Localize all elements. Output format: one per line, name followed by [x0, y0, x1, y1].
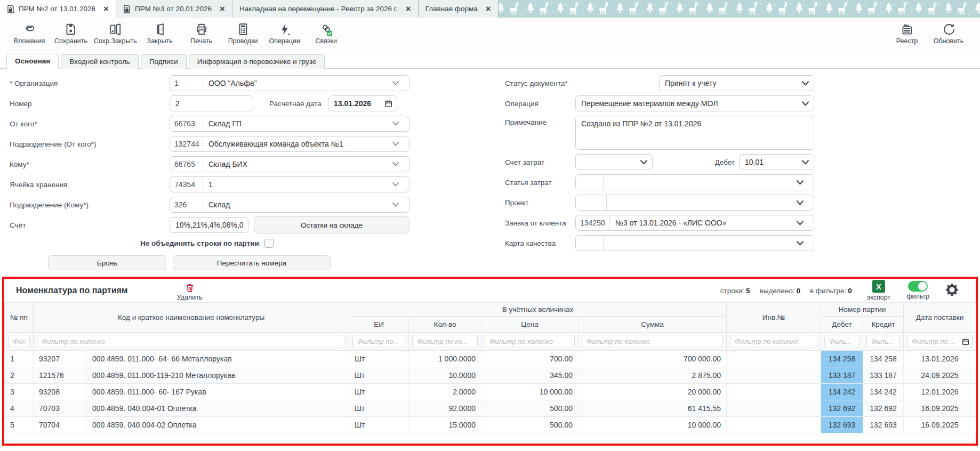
cost-item-code[interactable] [576, 175, 604, 190]
no-merge-checkbox[interactable] [264, 239, 274, 248]
grid-cell-name[interactable]: 000.4859. 011.000-119-210 Металлорукав [87, 367, 349, 384]
to-dept-code[interactable]: 326 [170, 197, 203, 212]
links-button[interactable]: Связки [306, 21, 347, 46]
print-button[interactable]: Печать [181, 21, 222, 46]
grid-cell-num[interactable]: 1 [5, 351, 34, 367]
col-header-date[interactable]: Дата поставки [904, 303, 976, 333]
grid-cell-inv[interactable] [727, 400, 821, 417]
tab-main[interactable]: Основная [6, 54, 59, 69]
filter-input-code-name[interactable] [37, 335, 346, 348]
filter-input-unit[interactable] [352, 335, 405, 348]
client-request-code[interactable]: 134250 [576, 215, 610, 230]
close-icon[interactable]: × [220, 4, 225, 13]
col-header-qty[interactable]: Кол-во [409, 317, 481, 333]
attachments-button[interactable]: Вложения [9, 21, 50, 46]
operation-select[interactable]: Перемещение материалов между МОЛ [575, 95, 814, 111]
grid-cell-inv[interactable] [727, 384, 821, 400]
close-icon[interactable]: × [406, 4, 411, 13]
col-header-price[interactable]: Цена [481, 317, 579, 333]
grid-cell-code[interactable]: 93208 [34, 384, 87, 400]
grid-cell-name[interactable]: 000.4859. 040.004-01 Оплетка [87, 400, 349, 417]
grid-cell-date[interactable]: 12.01.2026 [904, 384, 976, 400]
reserve-button[interactable]: Бронь [48, 255, 166, 270]
col-header-sum[interactable]: Сумма [579, 317, 727, 333]
save-close-button[interactable]: Сохр.Закрыть [92, 21, 139, 46]
grid-cell-num[interactable]: 3 [5, 384, 34, 400]
grid-cell-qty[interactable]: 10.0000 [409, 367, 481, 384]
tab-carrier-info[interactable]: Информация о перевозчике и грузе [189, 54, 325, 69]
calendar-icon[interactable] [384, 100, 392, 108]
grid-cell-name[interactable]: 000.4859. 040.004-02 Оплетка [87, 417, 349, 433]
filter-input-credit[interactable] [866, 335, 900, 348]
quality-card-field[interactable] [575, 235, 814, 251]
cost-account-select[interactable] [575, 154, 653, 170]
filter-input-qty[interactable] [412, 335, 478, 348]
window-tab-prm3[interactable]: ПРМ №3 от 20.01.2026 × [116, 0, 232, 18]
grid-cell-sum[interactable]: 2 875.00 [579, 367, 727, 384]
from-dept-field[interactable]: 132744 Обслуживающая команда объекта №1 [170, 136, 409, 152]
export-button[interactable]: X экспорт [867, 280, 890, 301]
to-code[interactable]: 66765 [170, 157, 203, 172]
to-dept-field[interactable]: 326 Склад [170, 197, 409, 213]
grid-cell-num[interactable]: 5 [5, 417, 34, 433]
grid-cell-qty[interactable]: 2.0000 [409, 384, 481, 400]
grid-cell-num[interactable]: 2 [5, 367, 34, 384]
postings-button[interactable]: Проводки [222, 21, 264, 46]
grid-cell-price[interactable]: 500.00 [481, 417, 579, 433]
grid-cell-price[interactable]: 500.00 [481, 400, 579, 417]
close-icon[interactable]: × [103, 4, 109, 13]
col-header-unit[interactable]: ЕИ [349, 317, 409, 333]
refresh-button[interactable]: Обновить [928, 21, 969, 46]
status-select[interactable]: Принят к учету [659, 75, 814, 91]
grid-cell-name[interactable]: 000.4859. 011.000- 64- 66 Металлорукав [87, 351, 349, 367]
grid-cell-credit[interactable]: 134 258 [863, 351, 904, 367]
grid-cell-debit[interactable]: 133 187 [821, 367, 863, 384]
stock-balance-button[interactable]: Остатки на складе [254, 216, 409, 233]
col-header-credit[interactable]: Кредит [863, 317, 904, 333]
grid-row[interactable]: 570704000.4859. 040.004-02 ОплеткаШт15.0… [5, 417, 976, 433]
grid-cell-sum[interactable]: 10 000.00 [579, 417, 727, 433]
organization-field[interactable]: 1 ООО "Альфа" [170, 75, 409, 91]
grid-cell-price[interactable]: 700.00 [481, 351, 579, 367]
grid-row[interactable]: 193207000.4859. 011.000- 64- 66 Металлор… [5, 351, 976, 367]
grid-cell-date[interactable]: 13.01.2026 [904, 351, 976, 367]
grid-cell-date[interactable]: 16.09.2025 [904, 400, 976, 417]
renumber-button[interactable]: Пересчитать номера [173, 255, 331, 270]
filter-input-inv[interactable] [730, 335, 817, 348]
grid-cell-inv[interactable] [727, 417, 821, 433]
grid-cell-debit[interactable]: 134 242 [821, 384, 863, 400]
grid-cell-credit[interactable]: 133 187 [863, 367, 904, 384]
operations-button[interactable]: Операции [264, 21, 306, 46]
grid-cell-debit[interactable]: 132 692 [821, 400, 863, 417]
grid-cell-code[interactable]: 93207 [34, 351, 87, 367]
debit-select[interactable]: 10.01 [739, 154, 814, 170]
col-header-num[interactable]: № пп [5, 303, 34, 333]
project-field[interactable] [575, 195, 814, 211]
organization-code[interactable]: 1 [170, 76, 203, 91]
save-button[interactable]: Сохранить [50, 21, 92, 46]
grid-cell-date[interactable]: 24.09.2025 [904, 367, 976, 384]
grid-cell-unit[interactable]: Шт [349, 351, 409, 367]
client-request-field[interactable]: 134250 №3 от 13.01.2026 - «ЛИС ООО» [575, 215, 814, 231]
filter-input-price[interactable] [485, 335, 575, 348]
from-code[interactable]: 66763 [170, 116, 203, 131]
tab-input-control[interactable]: Входной контроль [61, 54, 139, 69]
grid-row[interactable]: 393208000.4859. 011.000- 60- 167 РукавШт… [5, 384, 976, 400]
grid-cell-sum[interactable]: 700 000.00 [579, 351, 727, 367]
close-button[interactable]: Закрыть [139, 21, 181, 46]
grid-row[interactable]: 2121576000.4859. 011.000-119-210 Металло… [5, 367, 976, 384]
grid-cell-num[interactable]: 4 [5, 400, 34, 417]
col-header-code-name[interactable]: Код и краткое наименование номенклатуры [34, 303, 349, 333]
grid-cell-date[interactable]: 16.09.2025 [904, 417, 976, 433]
grid-cell-price[interactable]: 345.00 [481, 367, 579, 384]
grid-cell-code[interactable]: 70703 [34, 400, 87, 417]
cost-item-field[interactable] [575, 174, 814, 190]
grid-cell-inv[interactable] [727, 367, 821, 384]
calc-date-input[interactable]: 13.01.2026 [328, 95, 397, 111]
grid-cell-unit[interactable]: Шт [349, 384, 409, 400]
filter-input-num[interactable] [8, 335, 30, 348]
col-header-inv[interactable]: Инв.№ [727, 303, 821, 333]
grid-cell-credit[interactable]: 132 693 [863, 417, 904, 433]
quality-card-code[interactable] [576, 236, 604, 251]
delete-button[interactable]: Удалить [177, 283, 203, 301]
